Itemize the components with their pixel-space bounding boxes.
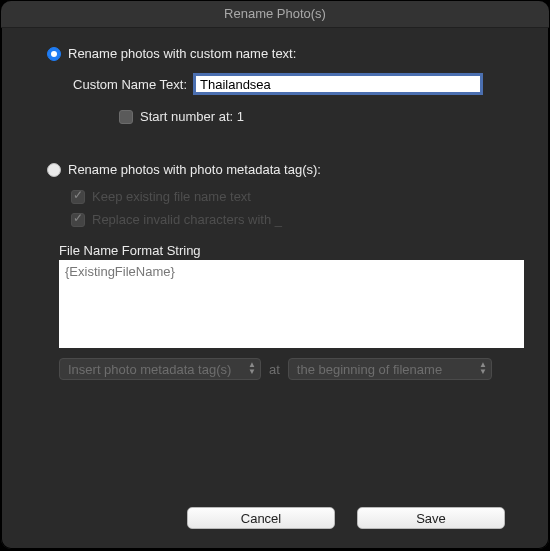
at-label: at: [261, 362, 288, 377]
format-heading: File Name Format String: [59, 243, 527, 258]
radio-custom-name-label: Rename photos with custom name text:: [68, 46, 296, 61]
radio-metadata-label: Rename photos with photo metadata tag(s)…: [68, 162, 321, 177]
chevron-updown-icon: ▲▼: [479, 361, 485, 375]
keep-existing-label: Keep existing file name text: [92, 189, 251, 204]
dialog-footer: Cancel Save: [23, 507, 527, 549]
insert-metadata-select: Insert photo metadata tag(s) ▲▼: [59, 358, 261, 380]
custom-name-row: Custom Name Text:: [47, 73, 527, 95]
window-title: Rename Photo(s): [1, 1, 549, 28]
radio-custom-name[interactable]: [47, 47, 61, 61]
custom-name-input[interactable]: [193, 73, 483, 95]
format-block: File Name Format String: [59, 243, 527, 348]
replace-invalid-checkbox: [71, 213, 85, 227]
keep-existing-checkbox: [71, 190, 85, 204]
dialog-window: Rename Photo(s) Rename photos with custo…: [1, 1, 549, 549]
format-string-textarea: [59, 260, 524, 348]
option-metadata-row[interactable]: Rename photos with photo metadata tag(s)…: [47, 162, 527, 177]
start-number-checkbox[interactable]: [119, 110, 133, 124]
option-custom-name-row[interactable]: Rename photos with custom name text:: [47, 46, 527, 61]
start-number-label: Start number at: 1: [140, 109, 244, 124]
dialog-content: Rename photos with custom name text: Cus…: [1, 28, 549, 549]
chevron-updown-icon: ▲▼: [248, 361, 254, 375]
start-number-row[interactable]: Start number at: 1: [119, 109, 527, 124]
keep-existing-row: Keep existing file name text: [71, 189, 527, 204]
replace-invalid-label: Replace invalid characters with _: [92, 212, 282, 227]
insert-row: Insert photo metadata tag(s) ▲▼ at the b…: [59, 358, 527, 380]
radio-metadata[interactable]: [47, 163, 61, 177]
cancel-button[interactable]: Cancel: [187, 507, 335, 529]
save-button[interactable]: Save: [357, 507, 505, 529]
position-select-value: the beginning of filename: [297, 362, 442, 377]
insert-metadata-select-value: Insert photo metadata tag(s): [68, 362, 231, 377]
replace-invalid-row: Replace invalid characters with _: [71, 212, 527, 227]
position-select: the beginning of filename ▲▼: [288, 358, 492, 380]
custom-name-label: Custom Name Text:: [47, 77, 193, 92]
